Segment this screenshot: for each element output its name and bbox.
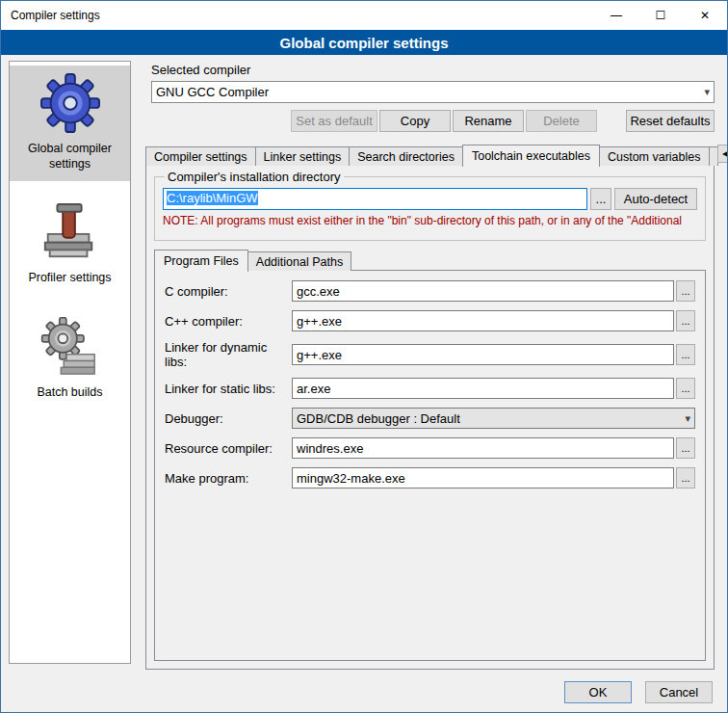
static-linker-input[interactable] (292, 378, 674, 399)
resource-compiler-label: Resource compiler: (165, 441, 292, 456)
profiler-tool-icon (40, 202, 100, 262)
install-dir-group-title: Compiler's installation directory (165, 170, 344, 184)
sidebar-item-global-compiler-settings[interactable]: Global compiler settings (10, 66, 130, 181)
install-dir-row: C:\raylib\MinGW ... Auto-detect (163, 188, 697, 210)
cpp-compiler-input[interactable] (292, 310, 674, 331)
sidebar: Global compiler settings Profiler settin… (9, 61, 131, 664)
field-row: Make program: ... (165, 467, 695, 489)
sidebar-item-profiler-settings[interactable]: Profiler settings (10, 195, 130, 296)
tab-toolchain-executables[interactable]: Toolchain executables (462, 145, 600, 167)
field-row: Linker for dynamic libs: ... (165, 340, 695, 369)
field-row: Resource compiler: ... (165, 437, 695, 459)
chevron-down-icon: ▾ (679, 412, 690, 425)
minimize-button[interactable]: — (594, 1, 638, 30)
tab-additional-paths[interactable]: Additional Paths (247, 251, 351, 271)
tab-search-directories[interactable]: Search directories (349, 146, 463, 166)
field-row: Debugger: GDB/CDB debugger : Default ▾ (165, 408, 695, 429)
tab-program-files[interactable]: Program Files (154, 250, 248, 272)
window-title: Compiler settings (1, 9, 100, 22)
settings-tabbar: Compiler settings Linker settings Search… (145, 145, 714, 166)
chevron-down-icon: ▾ (698, 86, 710, 98)
dynamic-linker-label: Linker for dynamic libs: (165, 340, 292, 369)
ok-button[interactable]: OK (564, 681, 632, 703)
field-row: Linker for static libs: ... (165, 378, 695, 399)
tab-scroll-buttons: ◀ ▶ (717, 145, 728, 163)
gear-gray-icon (40, 317, 100, 377)
cancel-button[interactable]: Cancel (645, 681, 713, 703)
static-linker-label: Linker for static libs: (165, 382, 292, 396)
dialog-footer: OK Cancel (564, 681, 713, 703)
c-compiler-input[interactable] (292, 280, 674, 302)
install-dir-browse-button[interactable]: ... (590, 188, 611, 210)
field-row: C compiler: ... (165, 280, 695, 302)
selected-compiler-dropdown[interactable]: GNU GCC Compiler ▾ (151, 81, 715, 103)
cpp-compiler-label: C++ compiler: (165, 314, 292, 329)
note-text: NOTE: All programs must exist either in … (163, 214, 697, 227)
toolchain-panel: Compiler's installation directory C:\ray… (145, 165, 715, 670)
static-linker-browse-button[interactable]: ... (676, 378, 695, 399)
dynamic-linker-browse-button[interactable]: ... (676, 344, 695, 365)
delete-button[interactable]: Delete (526, 110, 597, 132)
sidebar-item-label: Profiler settings (12, 271, 128, 286)
copy-button[interactable]: Copy (379, 110, 451, 132)
field-row: C++ compiler: ... (165, 310, 695, 331)
selected-compiler-label: Selected compiler (151, 63, 250, 77)
debugger-dropdown[interactable]: GDB/CDB debugger : Default ▾ (292, 408, 695, 429)
close-button[interactable]: ✕ (683, 1, 727, 30)
selected-compiler-value: GNU GCC Compiler (156, 85, 698, 99)
dynamic-linker-input[interactable] (292, 344, 674, 365)
c-compiler-browse-button[interactable]: ... (676, 280, 695, 302)
tab-custom-variables[interactable]: Custom variables (599, 146, 710, 166)
program-files-panel: C compiler: ... C++ compiler: ... Linker… (154, 270, 706, 661)
make-program-label: Make program: (165, 471, 292, 486)
page-title: Global compiler settings (1, 30, 727, 55)
c-compiler-label: C compiler: (165, 284, 292, 299)
make-program-input[interactable] (292, 467, 674, 489)
install-dir-value: C:\raylib\MinGW (167, 191, 258, 205)
tab-compiler-settings[interactable]: Compiler settings (145, 146, 256, 166)
sidebar-item-label: Global compiler settings (12, 142, 128, 172)
window-controls: — ☐ ✕ (594, 1, 727, 30)
sidebar-item-label: Batch builds (12, 385, 128, 401)
make-program-browse-button[interactable]: ... (676, 467, 695, 489)
gear-blue-icon (40, 73, 100, 133)
compiler-actions: Set as default Copy Rename Delete Reset … (151, 110, 715, 132)
set-as-default-button[interactable]: Set as default (291, 110, 377, 132)
install-dir-input[interactable]: C:\raylib\MinGW (163, 188, 587, 210)
program-files-tabbar: Program Files Additional Paths (154, 251, 351, 271)
titlebar: Compiler settings — ☐ ✕ (1, 1, 727, 30)
maximize-button[interactable]: ☐ (638, 1, 683, 30)
autodetect-button[interactable]: Auto-detect (614, 188, 697, 210)
resource-compiler-browse-button[interactable]: ... (676, 437, 695, 459)
compiler-settings-window: Compiler settings — ☐ ✕ Global compiler … (0, 0, 728, 713)
debugger-label: Debugger: (165, 411, 292, 426)
cpp-compiler-browse-button[interactable]: ... (676, 310, 695, 331)
tab-linker-settings[interactable]: Linker settings (255, 146, 351, 166)
sidebar-item-batch-builds[interactable]: Batch builds (10, 309, 130, 410)
install-dir-group: Compiler's installation directory C:\ray… (154, 170, 706, 241)
reset-defaults-button[interactable]: Reset defaults (626, 110, 715, 132)
rename-button[interactable]: Rename (453, 110, 524, 132)
tab-scroll-left-button[interactable]: ◀ (717, 145, 728, 163)
resource-compiler-input[interactable] (292, 437, 674, 459)
debugger-value: GDB/CDB debugger : Default (297, 411, 679, 426)
